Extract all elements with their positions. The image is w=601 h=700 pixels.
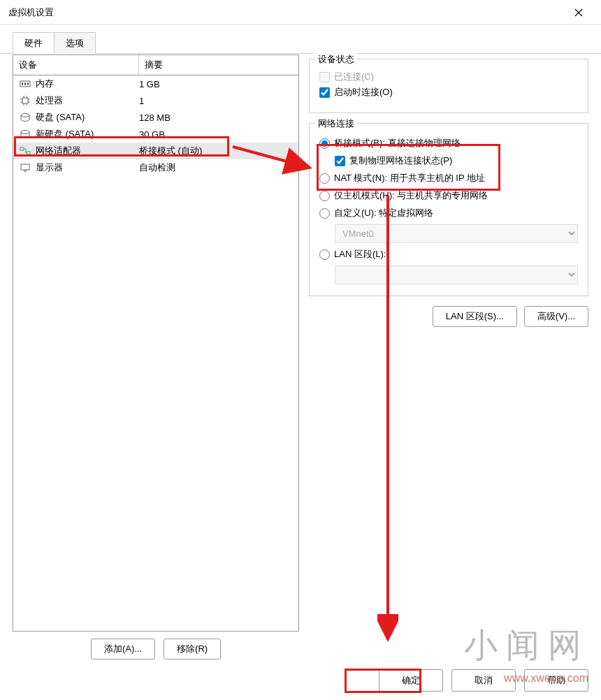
device-name: 处理器	[36, 94, 139, 107]
device-summary: 30 GB	[139, 129, 293, 140]
close-icon	[574, 8, 583, 17]
device-row-display[interactable]: 显示器自动检测	[13, 159, 298, 176]
lan-select[interactable]	[335, 265, 578, 284]
cpu-icon	[19, 96, 31, 105]
col-header-device: 设备	[13, 55, 139, 75]
device-row-network[interactable]: 网络适配器桥接模式 (自动)	[13, 143, 298, 159]
svg-rect-1	[22, 82, 23, 85]
device-table: 设备 摘要 内存1 GB处理器1硬盘 (SATA)128 MB新硬盘 (SATA…	[13, 54, 299, 632]
device-status-group: 设备状态 已连接(C) 启动时连接(O)	[309, 59, 588, 113]
connected-checkbox-row[interactable]: 已连接(C)	[319, 71, 578, 83]
cancel-button[interactable]: 取消	[451, 669, 516, 692]
device-name: 内存	[36, 78, 139, 90]
bridged-radio-row[interactable]: 桥接模式(B): 直接连接物理网络	[319, 137, 578, 150]
svg-rect-2	[24, 82, 26, 85]
tab-hardware[interactable]: 硬件	[13, 32, 55, 54]
device-row-disk[interactable]: 新硬盘 (SATA)30 GB	[13, 126, 298, 143]
device-summary: 1	[139, 96, 293, 106]
device-summary: 桥接模式 (自动)	[139, 145, 293, 157]
disk-icon	[19, 129, 31, 139]
nat-label: NAT 模式(N): 用于共享主机的 IP 地址	[334, 172, 485, 184]
replicate-checkbox-row[interactable]: 复制物理网络连接状态(P)	[335, 154, 578, 167]
custom-select[interactable]: VMnet0	[335, 224, 578, 243]
hostonly-radio-row[interactable]: 仅主机模式(H): 与主机共享的专用网络	[319, 189, 578, 202]
connect-start-checkbox-row[interactable]: 启动时连接(O)	[319, 86, 578, 99]
network-connection-group: 网络连接 桥接模式(B): 直接连接物理网络 复制物理网络连接状态(P) NAT…	[309, 123, 588, 296]
svg-rect-15	[20, 147, 24, 150]
custom-radio-row[interactable]: 自定义(U): 特定虚拟网络	[319, 207, 578, 219]
add-button[interactable]: 添加(A)...	[91, 639, 155, 659]
memory-icon	[19, 79, 31, 89]
display-icon	[19, 163, 31, 173]
tab-options[interactable]: 选项	[54, 32, 96, 54]
lan-segment-button[interactable]: LAN 区段(S)...	[433, 306, 517, 327]
device-name: 网络适配器	[36, 145, 139, 157]
hostonly-label: 仅主机模式(H): 与主机共享的专用网络	[334, 189, 488, 202]
device-summary: 自动检测	[139, 161, 293, 174]
device-summary: 1 GB	[139, 79, 293, 89]
bridged-label: 桥接模式(B): 直接连接物理网络	[334, 137, 461, 150]
bridged-radio[interactable]	[319, 138, 330, 149]
custom-label: 自定义(U): 特定虚拟网络	[334, 207, 433, 219]
connect-start-checkbox[interactable]	[319, 87, 330, 98]
device-status-title: 设备状态	[315, 53, 357, 66]
col-header-summary: 摘要	[139, 55, 298, 75]
svg-point-13	[21, 114, 29, 117]
custom-radio[interactable]	[319, 208, 330, 219]
ok-button[interactable]: 确定	[379, 669, 443, 692]
svg-rect-17	[21, 164, 29, 170]
device-row-disk[interactable]: 硬盘 (SATA)128 MB	[13, 109, 298, 126]
svg-rect-4	[22, 98, 28, 103]
connect-start-label: 启动时连接(O)	[334, 86, 393, 99]
svg-rect-16	[27, 152, 30, 154]
network-icon	[19, 146, 31, 156]
device-name: 硬盘 (SATA)	[36, 111, 139, 124]
device-name: 新硬盘 (SATA)	[36, 128, 139, 140]
network-connection-title: 网络连接	[315, 117, 357, 130]
lan-label: LAN 区段(L):	[334, 248, 386, 261]
device-summary: 128 MB	[139, 112, 293, 123]
nat-radio[interactable]	[319, 173, 330, 184]
replicate-checkbox[interactable]	[335, 156, 345, 166]
connected-checkbox[interactable]	[319, 72, 330, 82]
svg-point-14	[21, 131, 29, 134]
remove-button[interactable]: 移除(R)	[164, 639, 221, 659]
disk-icon	[19, 112, 31, 122]
lan-radio-row[interactable]: LAN 区段(L):	[319, 248, 578, 261]
device-name: 显示器	[36, 161, 139, 174]
device-row-memory[interactable]: 内存1 GB	[13, 75, 298, 92]
svg-rect-3	[27, 82, 29, 85]
nat-radio-row[interactable]: NAT 模式(N): 用于共享主机的 IP 地址	[319, 172, 578, 184]
close-button[interactable]	[565, 3, 593, 22]
replicate-label: 复制物理网络连接状态(P)	[349, 154, 452, 167]
device-row-cpu[interactable]: 处理器1	[13, 92, 298, 109]
window-title: 虚拟机设置	[8, 6, 565, 19]
hostonly-radio[interactable]	[319, 191, 330, 201]
lan-radio[interactable]	[319, 249, 330, 260]
connected-label: 已连接(C)	[334, 71, 374, 83]
advanced-button[interactable]: 高级(V)...	[524, 306, 588, 327]
help-button[interactable]: 帮助	[524, 669, 588, 692]
